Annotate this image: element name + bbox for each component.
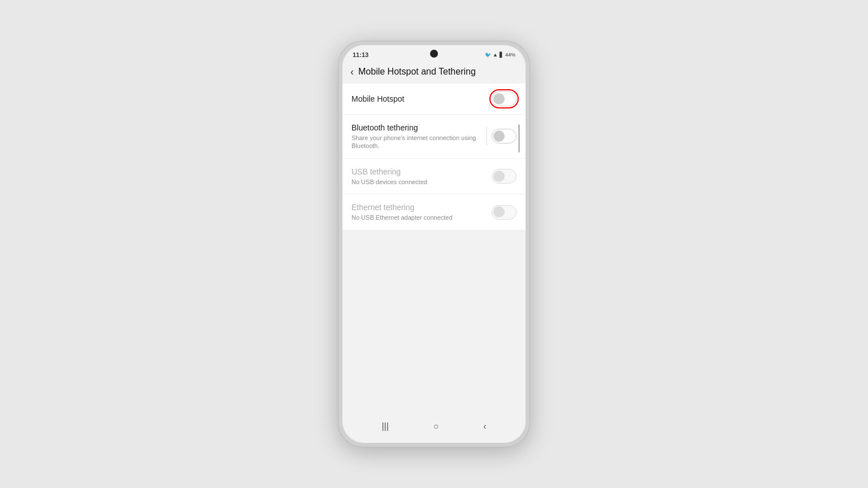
ethernet-tethering-item: Ethernet tethering No USB Ethernet adapt… [342,194,526,229]
scroll-indicator [518,124,520,152]
usb-tethering-toggle [492,169,517,184]
status-time: 11:13 [353,51,368,58]
twitter-icon: 🐦 [485,52,491,58]
camera-notch [430,50,438,58]
bottom-nav: ||| ○ ‹ [342,413,526,443]
usb-tethering-label: USB tethering [351,167,485,177]
bluetooth-tethering-label: Bluetooth tethering [351,123,480,133]
app-bar: ‹ Mobile Hotspot and Tethering [342,62,526,84]
ethernet-tethering-desc: No USB Ethernet adapter connected [351,213,485,221]
home-button[interactable]: ○ [433,421,439,432]
back-button[interactable]: ‹ [350,67,354,77]
back-nav-button[interactable]: ‹ [483,421,486,432]
wifi-icon: ▲ [493,52,498,58]
page-title: Mobile Hotspot and Tethering [358,67,476,77]
usb-tethering-text: USB tethering No USB devices connected [351,167,492,186]
ethernet-tethering-toggle [492,205,517,220]
bluetooth-tethering-desc: Share your phone's internet connection u… [351,134,480,150]
mobile-hotspot-item[interactable]: Mobile Hotspot [342,84,526,115]
mobile-hotspot-toggle[interactable] [492,91,517,106]
bluetooth-tethering-text: Bluetooth tethering Share your phone's i… [351,123,487,150]
phone-device: 11:13 🐦 ▲ ▋ 44% ‹ Mobile Hotspot and Tet… [338,41,530,447]
settings-list: Mobile Hotspot Bluetooth tethering Share… [342,84,526,413]
recent-apps-button[interactable]: ||| [381,421,388,432]
phone-screen: 11:13 🐦 ▲ ▋ 44% ‹ Mobile Hotspot and Tet… [342,45,526,443]
settings-card: Mobile Hotspot Bluetooth tethering Share… [342,84,526,230]
mobile-hotspot-text: Mobile Hotspot [351,94,492,104]
ethernet-tethering-text: Ethernet tethering No USB Ethernet adapt… [351,202,492,221]
mobile-hotspot-label: Mobile Hotspot [351,94,485,104]
status-icons: 🐦 ▲ ▋ 44% [485,52,515,58]
status-bar: 11:13 🐦 ▲ ▋ 44% [342,45,526,62]
usb-tethering-desc: No USB devices connected [351,178,485,186]
usb-tethering-item: USB tethering No USB devices connected [342,159,526,194]
signal-icon: ▋ [500,52,504,58]
bluetooth-tethering-item[interactable]: Bluetooth tethering Share your phone's i… [342,115,526,159]
battery-icon: 44% [505,52,515,58]
bluetooth-tethering-toggle[interactable] [492,129,517,143]
ethernet-tethering-label: Ethernet tethering [351,202,485,212]
